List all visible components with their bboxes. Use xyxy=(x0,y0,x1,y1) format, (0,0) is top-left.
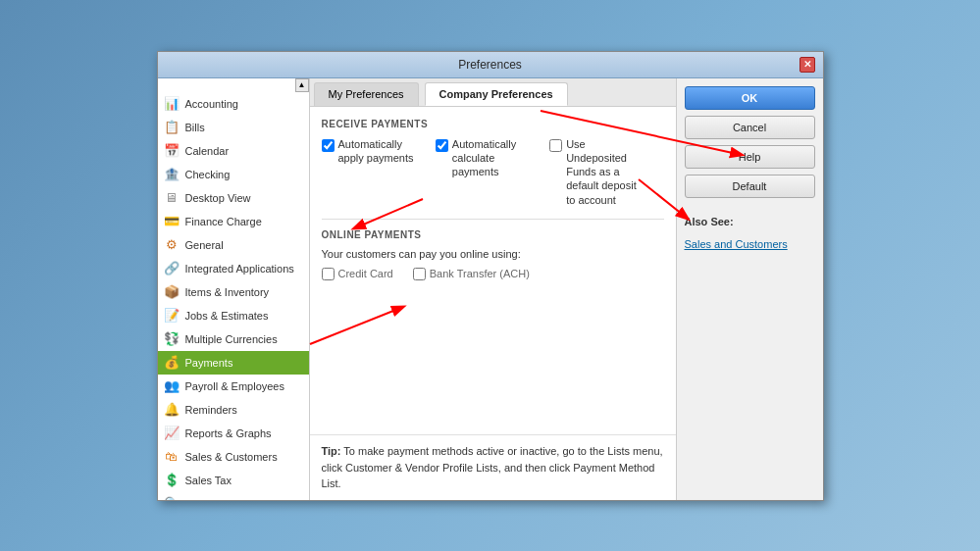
content-area: RECEIVE PAYMENTS Automatically apply pay… xyxy=(310,107,676,435)
sidebar-item[interactable]: 📋 Bills xyxy=(158,116,309,139)
sidebar-item-label: Jobs & Estimates xyxy=(185,310,269,322)
right-panel: OK Cancel Help Default Also See: Sales a… xyxy=(676,78,823,500)
sidebar-item[interactable]: 💳 Finance Charge xyxy=(158,210,309,233)
undeposited-funds-label: Use Undeposited Funds as a default depos… xyxy=(566,137,644,207)
dialog-title: Preferences xyxy=(181,58,799,72)
receive-payments-label: RECEIVE PAYMENTS xyxy=(322,119,664,129)
sidebar-item-label: Payroll & Employees xyxy=(185,380,285,392)
tab-company-preferences[interactable]: Company Preferences xyxy=(425,82,568,106)
payments-icon: 💰 xyxy=(163,354,181,372)
credit-card-label: Credit Card xyxy=(338,268,393,279)
ok-button[interactable]: OK xyxy=(685,86,815,110)
online-payments-section: ONLINE PAYMENTS Your customers can pay y… xyxy=(322,219,664,280)
checkbox-auto-calculate: Automatically calculate payments xyxy=(436,137,530,179)
sidebar-item[interactable]: 💲 Sales Tax xyxy=(158,469,309,492)
sidebar-item-label: Payments xyxy=(185,357,233,369)
sidebar-item[interactable]: 📊 Accounting xyxy=(158,92,309,116)
search-icon: 🔍 xyxy=(163,495,181,500)
auto-calculate-label: Automatically calculate payments xyxy=(452,137,530,179)
sidebar-item[interactable]: 🔗 Integrated Applications xyxy=(158,257,309,280)
also-see-link[interactable]: Sales and Customers xyxy=(685,237,815,252)
reminders-icon: 🔔 xyxy=(163,401,181,419)
bank-transfer-checkbox[interactable] xyxy=(413,268,426,280)
sidebar-item[interactable]: 🖥 Desktop View xyxy=(158,186,309,210)
multicurrency-icon: 💱 xyxy=(163,330,181,348)
also-see-title: Also See: xyxy=(685,216,815,227)
credit-card-checkbox[interactable] xyxy=(322,268,335,280)
bank-transfer-label: Bank Transfer (ACH) xyxy=(430,268,530,279)
sidebar-item-label: Finance Charge xyxy=(185,216,262,227)
checking-icon: 🏦 xyxy=(163,166,181,183)
items-icon: 📦 xyxy=(163,283,181,301)
sidebar-item[interactable]: 👥 Payroll & Employees xyxy=(158,375,309,398)
undeposited-funds-checkbox[interactable] xyxy=(549,139,562,152)
payment-options-row: Credit Card Bank Transfer (ACH) xyxy=(322,268,664,280)
sidebar-item-label: Calendar xyxy=(185,145,230,157)
sidebar-item-label: Accounting xyxy=(185,98,238,110)
sidebar-scroll-up[interactable]: ▲ xyxy=(295,78,309,92)
tip-area: Tip: To make payment methods active or i… xyxy=(310,434,676,500)
sidebar-item[interactable]: 🏦 Checking xyxy=(158,163,309,186)
sidebar-item-label: Reports & Graphs xyxy=(185,427,272,439)
tip-content: To make payment methods active or inacti… xyxy=(322,445,663,489)
sidebar-item-payments[interactable]: 💰 Payments xyxy=(158,351,309,375)
sidebar-item-label: Integrated Applications xyxy=(185,263,294,275)
sidebar-item-label: Sales & Customers xyxy=(185,451,278,463)
desktop-icon: 🖥 xyxy=(163,189,181,207)
preferences-dialog: Preferences ✕ ▲ 📊 Accounting 📋 Bills xyxy=(157,51,824,501)
close-button[interactable]: ✕ xyxy=(799,57,815,73)
reports-icon: 📈 xyxy=(163,425,181,442)
sidebar-item-label: Checking xyxy=(185,169,231,180)
sidebar-item-label: Multiple Currencies xyxy=(185,333,278,345)
sidebar-item-search[interactable]: 🔍 Search xyxy=(158,492,309,500)
auto-apply-label: Automatically apply payments xyxy=(338,137,416,166)
online-info-text: Your customers can pay you online using: xyxy=(322,248,664,260)
checkbox-undeposited-funds: Use Undeposited Funds as a default depos… xyxy=(549,137,644,207)
main-content: My Preferences Company Preferences RECEI… xyxy=(310,78,676,500)
tip-bold: Tip: xyxy=(322,445,341,457)
checkbox-auto-apply: Automatically apply payments xyxy=(322,137,416,166)
bills-icon: 📋 xyxy=(163,119,181,136)
sidebar-item-label: Reminders xyxy=(185,404,237,416)
dialog-titlebar: Preferences ✕ xyxy=(158,52,823,78)
tabs-row: My Preferences Company Preferences xyxy=(310,78,676,107)
sidebar: ▲ 📊 Accounting 📋 Bills 📅 Calendar 🏦 xyxy=(158,78,310,500)
sidebar-item[interactable]: 📝 Jobs & Estimates xyxy=(158,304,309,327)
help-button[interactable]: Help xyxy=(685,145,815,169)
tab-my-preferences[interactable]: My Preferences xyxy=(314,82,419,106)
default-button[interactable]: Default xyxy=(685,175,815,198)
payroll-icon: 👥 xyxy=(163,377,181,395)
receive-payments-checkboxes: Automatically apply payments Automatical… xyxy=(322,137,664,207)
finance-icon: 💳 xyxy=(163,213,181,230)
desktop: Preferences ✕ ▲ 📊 Accounting 📋 Bills xyxy=(0,0,980,551)
credit-card-option: Credit Card xyxy=(322,268,393,280)
sidebar-item-label: General xyxy=(185,239,224,251)
sidebar-item[interactable]: 💱 Multiple Currencies xyxy=(158,327,309,351)
sidebar-item-label: Bills xyxy=(185,122,205,133)
integrated-icon: 🔗 xyxy=(163,260,181,277)
sidebar-item-label: Sales Tax xyxy=(185,475,232,486)
dialog-body: ▲ 📊 Accounting 📋 Bills 📅 Calendar 🏦 xyxy=(158,78,823,500)
cancel-button[interactable]: Cancel xyxy=(685,116,815,139)
sidebar-item-label: Desktop View xyxy=(185,192,251,204)
sidebar-item[interactable]: 📅 Calendar xyxy=(158,139,309,163)
sidebar-item[interactable]: 🔔 Reminders xyxy=(158,398,309,422)
sales-icon: 🛍 xyxy=(163,448,181,466)
online-payments-label: ONLINE PAYMENTS xyxy=(322,229,664,240)
calendar-icon: 📅 xyxy=(163,142,181,160)
sidebar-item-label: Items & Inventory xyxy=(185,286,270,298)
sidebar-item[interactable]: 📈 Reports & Graphs xyxy=(158,422,309,445)
sidebar-item-label: Search xyxy=(185,498,220,500)
general-icon: ⚙ xyxy=(163,236,181,254)
jobs-icon: 📝 xyxy=(163,307,181,325)
auto-apply-checkbox[interactable] xyxy=(322,139,335,152)
sidebar-item[interactable]: ⚙ General xyxy=(158,233,309,257)
salestax-icon: 💲 xyxy=(163,472,181,489)
sidebar-item[interactable]: 🛍 Sales & Customers xyxy=(158,445,309,469)
accounting-icon: 📊 xyxy=(163,95,181,113)
sidebar-item[interactable]: 📦 Items & Inventory xyxy=(158,280,309,304)
tip-text: Tip: To make payment methods active or i… xyxy=(322,445,663,489)
auto-calculate-checkbox[interactable] xyxy=(436,139,448,152)
bank-transfer-option: Bank Transfer (ACH) xyxy=(413,268,530,280)
